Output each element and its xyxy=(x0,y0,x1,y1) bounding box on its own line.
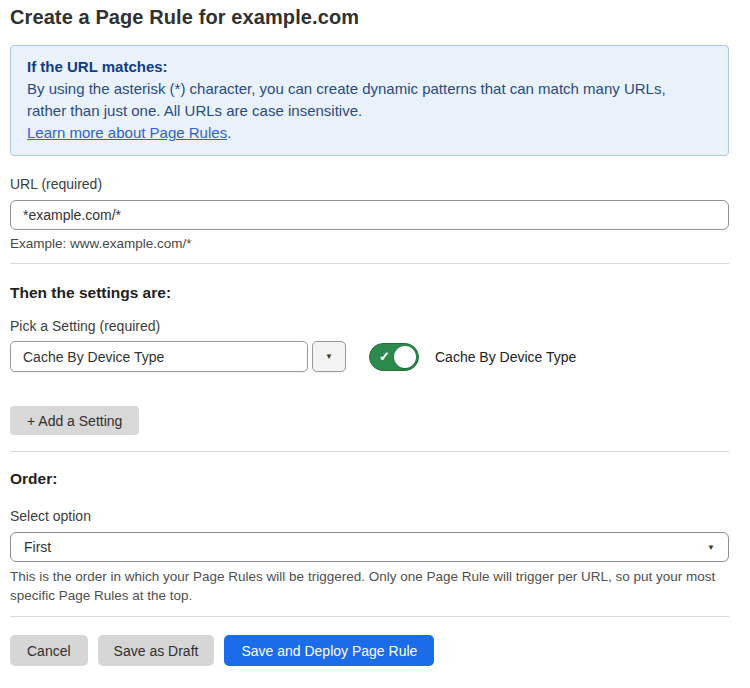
info-callout-heading: If the URL matches: xyxy=(27,56,712,78)
save-and-deploy-button[interactable]: Save and Deploy Page Rule xyxy=(224,635,434,666)
page-rule-form: Create a Page Rule for example.com If th… xyxy=(0,0,750,666)
setting-select-value: Cache By Device Type xyxy=(23,349,164,365)
url-match-info-callout: If the URL matches: By using the asteris… xyxy=(10,45,729,156)
check-icon: ✓ xyxy=(379,349,390,365)
info-callout-body: By using the asterisk (*) character, you… xyxy=(27,78,699,122)
order-select[interactable]: First ▼ xyxy=(10,532,729,562)
chevron-down-icon: ▼ xyxy=(707,543,715,552)
divider xyxy=(10,451,729,452)
divider xyxy=(10,616,729,617)
link-suffix: . xyxy=(227,124,231,141)
setting-row: Cache By Device Type ▼ ✓ Cache By Device… xyxy=(10,341,729,372)
add-setting-button[interactable]: + Add a Setting xyxy=(10,406,139,435)
cache-by-device-type-toggle[interactable]: ✓ xyxy=(369,343,419,371)
divider xyxy=(10,263,729,264)
learn-more-link[interactable]: Learn more about Page Rules xyxy=(27,124,227,141)
url-input[interactable] xyxy=(10,200,729,230)
toggle-label: Cache By Device Type xyxy=(435,349,576,365)
info-callout-link-line: Learn more about Page Rules. xyxy=(27,122,712,144)
setting-select-arrow-button[interactable]: ▼ xyxy=(312,341,346,372)
order-help-text: This is the order in which your Page Rul… xyxy=(10,567,729,605)
chevron-down-icon: ▼ xyxy=(325,352,333,361)
settings-section-heading: Then the settings are: xyxy=(10,284,729,302)
url-example-text: Example: www.example.com/* xyxy=(10,236,729,251)
order-select-value: First xyxy=(24,539,51,555)
form-actions: Cancel Save as Draft Save and Deploy Pag… xyxy=(10,635,729,666)
page-title: Create a Page Rule for example.com xyxy=(10,6,729,29)
save-as-draft-button[interactable]: Save as Draft xyxy=(98,635,215,666)
url-field-label: URL (required) xyxy=(10,176,729,192)
order-section-heading: Order: xyxy=(10,470,729,488)
cancel-button[interactable]: Cancel xyxy=(10,635,88,666)
pick-setting-label: Pick a Setting (required) xyxy=(10,318,729,334)
order-select-label: Select option xyxy=(10,508,729,524)
toggle-knob xyxy=(394,346,416,368)
setting-select[interactable]: Cache By Device Type xyxy=(10,341,308,372)
